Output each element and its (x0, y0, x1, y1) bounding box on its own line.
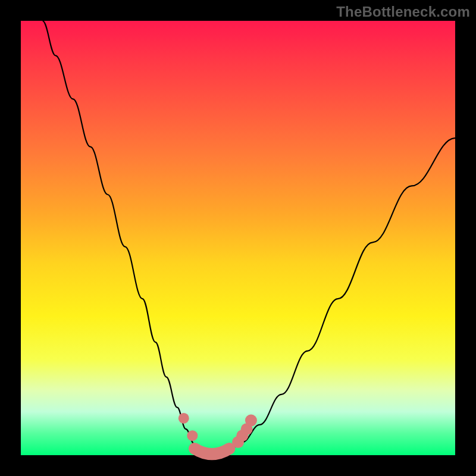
marker-dot (178, 413, 189, 424)
bottleneck-curve (21, 21, 455, 455)
minimum-band (195, 449, 229, 454)
marker-group (178, 413, 257, 448)
plot-area (21, 21, 455, 455)
marker-dot (187, 430, 198, 441)
curve-path (43, 21, 456, 455)
watermark-text: TheBottleneck.com (336, 4, 470, 20)
chart-frame: TheBottleneck.com (0, 0, 476, 476)
marker-dot (245, 415, 257, 427)
